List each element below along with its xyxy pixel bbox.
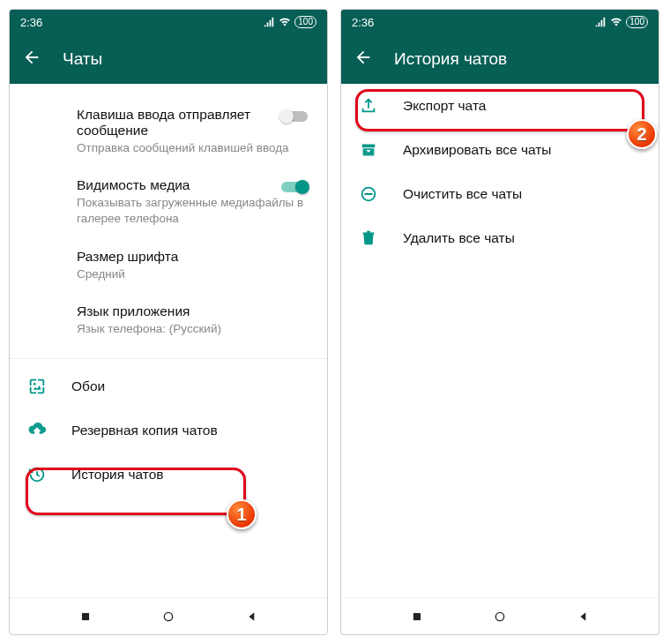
cloud-upload-icon [27, 421, 47, 440]
setting-label: Видимость медиа [77, 177, 309, 193]
row-label: Очистить все чаты [403, 186, 522, 202]
app-bar: Чаты [10, 34, 327, 84]
content-right: Экспорт чата Архивировать все чаты Очист… [341, 84, 659, 597]
nav-recent-button[interactable] [78, 609, 93, 625]
row-chat-history[interactable]: История чатов [10, 453, 327, 497]
svg-rect-1 [81, 612, 88, 619]
setting-sub: Отправка сообщений клавишей ввода [77, 140, 309, 156]
phone-right: 2:36 100 История чатов Экспорт чата Архи… [340, 9, 659, 635]
status-bar: 2:36 100 [341, 10, 659, 34]
app-bar: История чатов [341, 34, 659, 84]
wifi-icon [610, 16, 622, 28]
nav-home-button[interactable] [160, 609, 176, 625]
nav-home-button[interactable] [492, 609, 508, 625]
svg-rect-3 [362, 145, 376, 148]
row-label: Экспорт чата [403, 98, 486, 114]
phone-left: 2:36 100 Чаты Клавиша ввода отправляет с… [9, 9, 328, 635]
row-export-chat[interactable]: Экспорт чата [341, 84, 659, 128]
signal-icon [263, 16, 275, 28]
svg-point-2 [164, 612, 172, 620]
setting-label: Клавиша ввода отправляет сообщение [77, 107, 309, 139]
row-label: Удалить все чаты [403, 230, 515, 246]
setting-sub: Средний [77, 266, 309, 282]
toggle-media-visibility[interactable] [279, 179, 309, 195]
setting-sub: Язык телефона: (Русский) [77, 321, 309, 337]
row-delete-all[interactable]: Удалить все чаты [341, 216, 659, 260]
row-label: Резервная копия чатов [71, 423, 218, 438]
row-label: История чатов [71, 467, 164, 483]
svg-point-0 [34, 383, 36, 386]
row-archive-all[interactable]: Архивировать все чаты [341, 128, 659, 172]
status-bar: 2:36 100 [10, 10, 327, 34]
history-icon [27, 465, 47, 484]
wifi-icon [279, 16, 291, 28]
nav-bar [10, 597, 327, 634]
row-label: Обои [71, 378, 105, 394]
setting-label: Размер шрифта [77, 249, 309, 265]
back-button[interactable] [22, 48, 41, 71]
status-time: 2:36 [20, 16, 42, 29]
setting-label: Язык приложения [77, 303, 309, 319]
setting-media-visibility[interactable]: Видимость медиа Показывать загруженные м… [10, 167, 327, 237]
status-icons: 100 [263, 16, 316, 28]
clear-icon [359, 184, 378, 204]
status-icons: 100 [594, 16, 648, 28]
archive-icon [359, 140, 378, 160]
export-icon [359, 96, 378, 116]
content-left: Клавиша ввода отправляет сообщение Отпра… [10, 84, 327, 597]
signal-icon [594, 16, 607, 28]
back-button[interactable] [354, 48, 373, 71]
page-title: Чаты [63, 49, 102, 69]
setting-sub: Показывать загруженные медиафайлы в гале… [77, 195, 309, 227]
divider [10, 358, 327, 359]
svg-point-7 [495, 612, 503, 620]
toggle-enter-sends[interactable] [279, 109, 309, 124]
row-clear-all[interactable]: Очистить все чаты [341, 172, 659, 216]
nav-bar [341, 597, 659, 634]
setting-app-language[interactable]: Язык приложения Язык телефона: (Русский) [10, 293, 327, 348]
battery-icon: 100 [294, 16, 316, 28]
page-title: История чатов [394, 49, 507, 69]
row-wallpaper[interactable]: Обои [10, 364, 327, 408]
trash-icon [359, 228, 378, 248]
row-label: Архивировать все чаты [403, 142, 551, 158]
nav-back-button[interactable] [576, 609, 592, 625]
svg-rect-6 [413, 612, 420, 619]
wallpaper-icon [27, 377, 47, 396]
nav-back-button[interactable] [244, 609, 260, 625]
status-time: 2:36 [352, 16, 374, 29]
setting-font-size[interactable]: Размер шрифта Средний [10, 238, 327, 293]
nav-recent-button[interactable] [409, 609, 425, 625]
setting-enter-sends[interactable]: Клавиша ввода отправляет сообщение Отпра… [10, 96, 327, 167]
row-backup[interactable]: Резервная копия чатов [10, 408, 327, 453]
battery-icon: 100 [626, 16, 648, 28]
